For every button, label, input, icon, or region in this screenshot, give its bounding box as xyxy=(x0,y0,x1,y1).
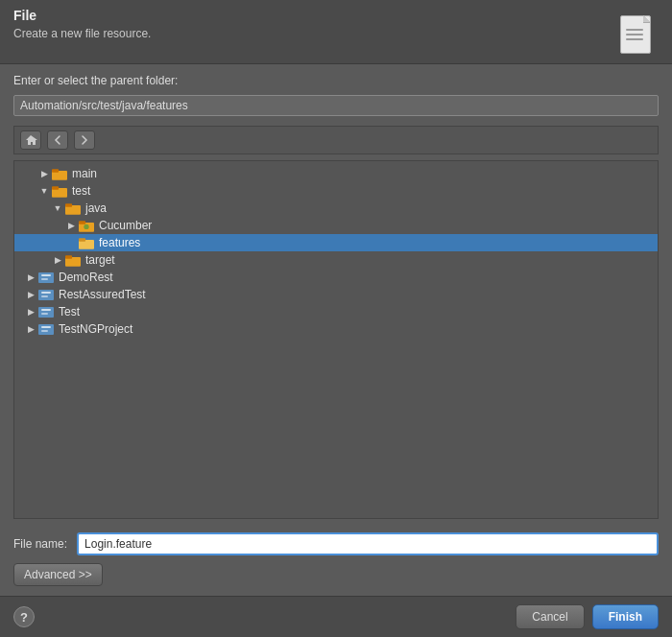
tree-item-label: RestAssuredTest xyxy=(59,288,146,301)
tree-arrow-icon: ▼ xyxy=(37,184,51,198)
folder-path: Automation/src/test/java/features xyxy=(13,95,659,116)
tree-arrow-icon: ▼ xyxy=(51,201,64,215)
tree-arrow-icon: ▶ xyxy=(51,253,64,267)
tree-item-label: main xyxy=(72,167,97,180)
file-icon xyxy=(618,12,653,54)
back-button[interactable] xyxy=(47,130,68,150)
svg-rect-3 xyxy=(52,186,59,190)
tree-item-label: target xyxy=(85,253,115,267)
title-bar: File Create a new file resource. xyxy=(0,0,672,64)
filename-label: File name: xyxy=(13,537,67,551)
project-icon xyxy=(37,271,55,284)
svg-rect-12 xyxy=(65,255,72,259)
bottom-section: File name: Advanced >> xyxy=(0,525,672,596)
svg-rect-14 xyxy=(41,274,51,276)
svg-rect-24 xyxy=(41,330,48,332)
dialog-subtitle: Create a new file resource. xyxy=(13,27,151,40)
tree-arrow-icon: ▶ xyxy=(37,167,51,180)
folder-icon xyxy=(64,253,82,267)
tree-item[interactable]: ▶ Cucumber xyxy=(14,217,658,234)
finish-button[interactable]: Finish xyxy=(592,604,659,629)
tree-item[interactable]: ▶ DemoRest xyxy=(14,269,658,286)
tree-item-label: features xyxy=(99,236,140,249)
tree-arrow-icon: ▶ xyxy=(24,305,37,318)
tree-item-label: Test xyxy=(59,305,80,318)
svg-rect-7 xyxy=(79,221,85,224)
folder-icon xyxy=(78,236,95,249)
folder-tree[interactable]: ▶ main ▼ test ▼ xyxy=(13,160,659,519)
help-button[interactable]: ? xyxy=(13,606,35,627)
tree-arrow-icon: ▶ xyxy=(24,288,37,301)
tree-item-label: java xyxy=(85,201,107,215)
folder-icon xyxy=(64,201,82,215)
tree-arrow-icon xyxy=(64,236,78,249)
project-icon xyxy=(37,305,55,318)
tree-item-label: Cucumber xyxy=(99,219,152,232)
tree-item[interactable]: ▼ java xyxy=(14,200,658,217)
tree-item-label: TestNGProject xyxy=(59,322,132,336)
tree-item[interactable]: ▶ Test xyxy=(14,303,658,320)
svg-rect-10 xyxy=(79,238,85,242)
forward-button[interactable] xyxy=(74,130,95,150)
tree-item[interactable]: ▶ target xyxy=(14,251,658,269)
home-button[interactable] xyxy=(20,130,41,150)
footer-left: ? xyxy=(13,606,35,627)
tree-item-label: DemoRest xyxy=(59,271,113,284)
tree-item[interactable]: ▶ RestAssuredTest xyxy=(14,286,658,303)
svg-rect-5 xyxy=(65,203,72,207)
svg-rect-1 xyxy=(52,169,59,173)
folder-icon xyxy=(51,184,68,198)
svg-rect-16 xyxy=(38,290,54,300)
svg-rect-23 xyxy=(41,326,51,328)
svg-rect-19 xyxy=(38,307,54,318)
footer-right: Cancel Finish xyxy=(516,604,659,629)
svg-point-8 xyxy=(84,224,88,228)
nav-toolbar xyxy=(13,126,659,154)
filename-input[interactable] xyxy=(77,532,659,555)
svg-rect-20 xyxy=(41,309,51,311)
tree-item[interactable]: ▶ TestNGProject xyxy=(14,320,658,338)
tree-item-label: test xyxy=(72,184,90,198)
project-icon xyxy=(37,322,55,336)
tree-item[interactable]: ▼ test xyxy=(14,182,658,200)
advanced-button[interactable]: Advanced >> xyxy=(13,563,103,586)
svg-rect-17 xyxy=(41,292,51,294)
tree-item-selected[interactable]: features xyxy=(14,234,658,251)
folder-icon xyxy=(51,167,68,180)
tree-arrow-icon: ▶ xyxy=(64,219,78,232)
folder-icon xyxy=(78,219,95,232)
file-icon-container xyxy=(612,8,659,58)
svg-rect-22 xyxy=(38,324,54,335)
footer: ? Cancel Finish xyxy=(0,596,672,637)
svg-rect-18 xyxy=(41,295,48,297)
tree-arrow-icon: ▶ xyxy=(24,271,37,284)
main-content: Enter or select the parent folder: Autom… xyxy=(0,64,672,525)
svg-rect-13 xyxy=(38,272,54,283)
svg-rect-15 xyxy=(41,278,48,280)
filename-row: File name: xyxy=(13,532,659,555)
svg-rect-21 xyxy=(41,313,48,315)
tree-arrow-icon: ▶ xyxy=(24,322,37,336)
tree-item[interactable]: ▶ main xyxy=(14,165,658,182)
dialog-title: File xyxy=(13,8,151,23)
cancel-button[interactable]: Cancel xyxy=(516,604,584,629)
folder-label: Enter or select the parent folder: xyxy=(13,74,659,87)
project-icon xyxy=(37,288,55,301)
